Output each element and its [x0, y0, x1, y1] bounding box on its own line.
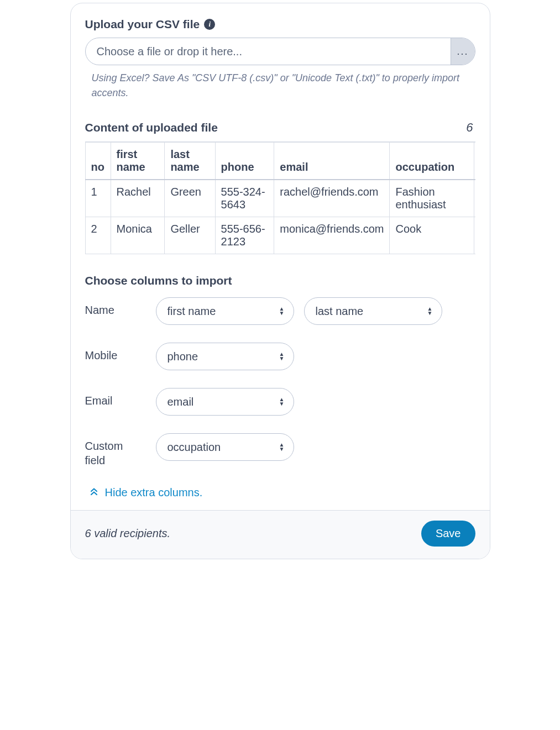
mapping-row-email: Email email ▲▼ — [85, 388, 475, 416]
content-title: Content of uploaded file — [85, 121, 218, 134]
select-value: phone — [168, 350, 198, 363]
cell-no: 2 — [85, 217, 111, 254]
table-row: 1 Rachel Green 555-324-5643 rachel@frien… — [85, 180, 475, 217]
th-email: email — [274, 143, 390, 180]
card-body: Upload your CSV file i Choose a file or … — [71, 3, 490, 510]
th-no: no — [85, 143, 111, 180]
updown-icon: ▲▼ — [279, 443, 285, 451]
mapping-row-custom: Custom field occupation ▲▼ — [85, 433, 475, 468]
preview-table: no first name last name phone email occu… — [85, 142, 475, 254]
cell-last-name: Geller — [165, 217, 215, 254]
cell-address: 90 Bedford St — [474, 180, 475, 217]
file-browse-button[interactable]: ... — [451, 38, 475, 65]
ellipsis-icon: ... — [457, 46, 468, 57]
cell-email: monica@friends.com — [274, 217, 390, 254]
cell-address: 90 Bedford St — [474, 217, 475, 254]
cell-last-name: Green — [165, 180, 215, 217]
label-name: Name — [85, 297, 146, 317]
updown-icon: ▲▼ — [279, 307, 285, 316]
mapping-row-name: Name first name ▲▼ last name ▲▼ — [85, 297, 475, 325]
upload-csv-card: Upload your CSV file i Choose a file or … — [70, 3, 490, 559]
select-value: last name — [316, 305, 364, 318]
toggle-extra-columns[interactable]: Hide extra columns. — [85, 485, 207, 500]
th-address: address — [474, 143, 475, 180]
select-value: email — [168, 396, 194, 408]
file-chooser-placeholder: Choose a file or drop it here... — [86, 38, 451, 65]
select-email[interactable]: email ▲▼ — [156, 388, 294, 416]
card-footer: 6 valid recipients. Save — [71, 510, 490, 559]
chevron-double-up-icon — [90, 487, 98, 498]
select-custom[interactable]: occupation ▲▼ — [156, 433, 294, 461]
mapping-title: Choose columns to import — [85, 274, 475, 287]
footer-status: 6 valid recipients. — [85, 527, 171, 540]
toggle-label: Hide extra columns. — [105, 486, 203, 499]
updown-icon: ▲▼ — [279, 352, 285, 361]
table-row: 2 Monica Geller 555-656-2123 monica@frie… — [85, 217, 475, 254]
select-first-name[interactable]: first name ▲▼ — [156, 297, 294, 325]
updown-icon: ▲▼ — [279, 397, 285, 406]
file-chooser[interactable]: Choose a file or drop it here... ... — [85, 38, 475, 65]
cell-first-name: Rachel — [111, 180, 165, 217]
cell-no: 1 — [85, 180, 111, 217]
updown-icon: ▲▼ — [427, 307, 433, 316]
th-phone: phone — [215, 143, 274, 180]
row-count: 6 — [466, 120, 475, 135]
mapping-row-mobile: Mobile phone ▲▼ — [85, 343, 475, 370]
label-mobile: Mobile — [85, 343, 146, 363]
select-value: occupation — [168, 441, 221, 454]
info-icon[interactable]: i — [204, 19, 215, 30]
upload-title-text: Upload your CSV file — [85, 18, 200, 31]
cell-first-name: Monica — [111, 217, 165, 254]
th-first-name: first name — [111, 143, 165, 180]
content-section-header: Content of uploaded file 6 — [85, 120, 475, 135]
table-scroll-container[interactable]: no first name last name phone email occu… — [85, 141, 475, 254]
table-header-row: no first name last name phone email occu… — [85, 143, 475, 180]
select-last-name[interactable]: last name ▲▼ — [304, 297, 442, 325]
cell-phone: 555-656-2123 — [215, 217, 274, 254]
th-last-name: last name — [165, 143, 215, 180]
cell-occupation: Cook — [390, 217, 474, 254]
label-custom: Custom field — [85, 433, 146, 468]
upload-section-title: Upload your CSV file i — [85, 18, 475, 31]
upload-hint: Using Excel? Save As "CSV UTF-8 (.csv)" … — [85, 71, 475, 101]
th-occupation: occupation — [390, 143, 474, 180]
cell-email: rachel@friends.com — [274, 180, 390, 217]
label-email: Email — [85, 388, 146, 408]
select-value: first name — [168, 305, 216, 318]
save-button[interactable]: Save — [421, 521, 475, 547]
cell-occupation: Fashion enthusiast — [390, 180, 474, 217]
select-mobile[interactable]: phone ▲▼ — [156, 343, 294, 370]
cell-phone: 555-324-5643 — [215, 180, 274, 217]
